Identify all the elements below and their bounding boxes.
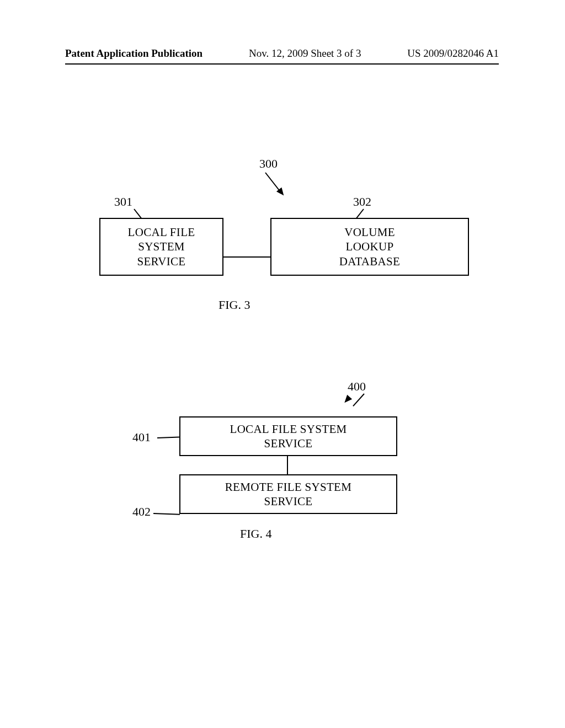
box-302-text: VOLUME LOOKUP DATABASE (339, 225, 400, 269)
header-date-sheet: Nov. 12, 2009 Sheet 3 of 3 (249, 47, 361, 60)
ref-300: 300 (259, 157, 278, 171)
box-402-text: REMOTE FILE SYSTEM SERVICE (225, 480, 351, 509)
figure-3-caption: FIG. 3 (218, 298, 250, 312)
ref-301: 301 (114, 195, 132, 209)
header-pub-number: US 2009/0282046 A1 (407, 47, 499, 60)
connector-301-302 (223, 256, 270, 258)
box-local-file-system-service-4: LOCAL FILE SYSTEM SERVICE (179, 416, 397, 456)
figure-3: 300 301 302 LOCAL FILE SYSTEM SERVICE VO… (94, 160, 471, 317)
ref-402: 402 (132, 505, 151, 519)
page-header: Patent Application Publication Nov. 12, … (65, 47, 499, 60)
leader-401 (157, 437, 179, 438)
arrow-400-head-icon (342, 395, 352, 405)
header-rule (65, 63, 499, 65)
box-remote-file-system-service: REMOTE FILE SYSTEM SERVICE (179, 474, 397, 514)
ref-400: 400 (348, 379, 366, 394)
header-publication: Patent Application Publication (65, 47, 202, 60)
box-401-text: LOCAL FILE SYSTEM SERVICE (230, 422, 347, 451)
connector-401-402 (287, 456, 288, 474)
box-volume-lookup-database: VOLUME LOOKUP DATABASE (270, 218, 469, 276)
leader-402 (153, 513, 180, 515)
figure-4: 400 401 402 LOCAL FILE SYSTEM SERVICE RE… (127, 375, 436, 529)
arrow-400-shaft (353, 393, 365, 406)
figure-4-caption: FIG. 4 (240, 527, 271, 541)
box-301-text: LOCAL FILE SYSTEM SERVICE (128, 225, 195, 269)
ref-401: 401 (132, 430, 151, 445)
ref-302: 302 (353, 195, 371, 209)
box-local-file-system-service: LOCAL FILE SYSTEM SERVICE (99, 218, 223, 276)
